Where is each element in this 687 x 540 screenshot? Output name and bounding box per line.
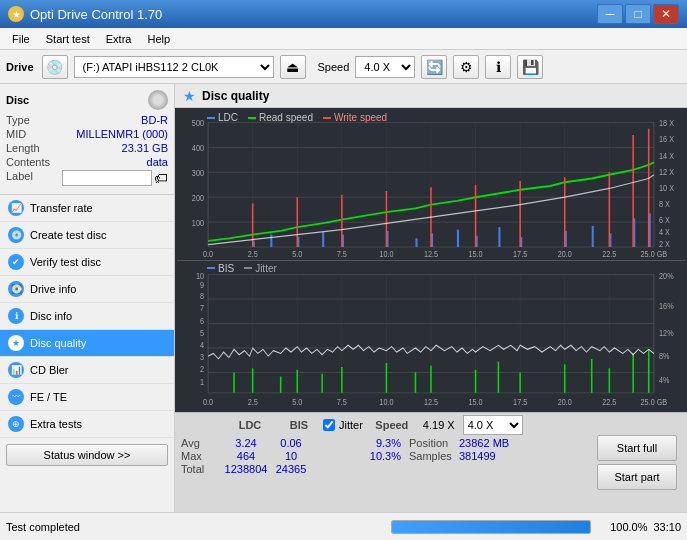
svg-text:6: 6: [200, 314, 204, 325]
disc-section-title: Disc: [6, 94, 29, 106]
title-bar: ★ Opti Drive Control 1.70 ─ □ ✕: [0, 0, 687, 28]
total-ldc: 1238804: [221, 463, 271, 475]
stats-bar: LDC BIS Jitter Speed 4.19 X 4.0 X Avg 3.…: [175, 412, 687, 512]
nav-icon-fe-te: 〰: [8, 389, 24, 405]
svg-rect-56: [592, 226, 594, 247]
svg-text:0.0: 0.0: [203, 396, 213, 407]
nav-disc-quality[interactable]: ★ Disc quality: [0, 330, 174, 357]
svg-text:20.0: 20.0: [558, 396, 572, 407]
config-icon[interactable]: ⚙: [453, 55, 479, 79]
dq-icon: ★: [183, 88, 196, 104]
start-full-button[interactable]: Start full: [597, 435, 677, 461]
avg-bis: 0.06: [271, 437, 311, 449]
svg-text:100: 100: [192, 218, 205, 228]
drive-icon-btn[interactable]: 💿: [42, 55, 68, 79]
svg-rect-46: [322, 232, 324, 247]
svg-text:5.0: 5.0: [292, 396, 302, 407]
legend-write: Write speed: [334, 112, 387, 123]
total-label: Total: [181, 463, 221, 475]
nav-transfer-rate[interactable]: 📈 Transfer rate: [0, 195, 174, 222]
nav-icon-disc-quality: ★: [8, 335, 24, 351]
nav-label-disc-quality: Disc quality: [30, 337, 86, 349]
nav-disc-info[interactable]: ℹ Disc info: [0, 303, 174, 330]
svg-text:15.0: 15.0: [469, 249, 484, 259]
nav-verify-test-disc[interactable]: ✔ Verify test disc: [0, 249, 174, 276]
menu-start-test[interactable]: Start test: [38, 31, 98, 47]
svg-text:4: 4: [200, 338, 204, 349]
legend-ldc: LDC: [218, 112, 238, 123]
refresh-icon[interactable]: 🔄: [421, 55, 447, 79]
svg-text:12 X: 12 X: [659, 167, 675, 177]
info-icon[interactable]: ℹ: [485, 55, 511, 79]
nav-drive-info[interactable]: 💽 Drive info: [0, 276, 174, 303]
chart2-legend: BIS Jitter: [207, 263, 277, 274]
avg-jitter: 9.3%: [351, 437, 401, 449]
jitter-label: Jitter: [339, 419, 363, 431]
toolbar: Drive 💿 (F:) ATAPI iHBS112 2 CL0K ⏏ Spee…: [0, 50, 687, 84]
mid-value: MILLENMR1 (000): [76, 128, 168, 140]
status-window-button[interactable]: Status window >>: [6, 444, 168, 466]
chart1-legend: LDC Read speed Write speed: [207, 112, 387, 123]
svg-rect-44: [270, 235, 272, 247]
svg-text:8%: 8%: [659, 349, 670, 360]
svg-text:10.0: 10.0: [379, 396, 393, 407]
legend-jitter: Jitter: [255, 263, 277, 274]
nav-cd-bler[interactable]: 📊 CD Bler: [0, 357, 174, 384]
svg-text:25.0 GB: 25.0 GB: [641, 396, 668, 407]
nav-fe-te[interactable]: 〰 FE / TE: [0, 384, 174, 411]
svg-text:400: 400: [192, 144, 205, 154]
speed-select-stat[interactable]: 4.0 X: [463, 415, 523, 435]
type-value: BD-R: [141, 114, 168, 126]
max-bis: 10: [271, 450, 311, 462]
minimize-button[interactable]: ─: [597, 4, 623, 24]
svg-text:10 X: 10 X: [659, 183, 675, 193]
jitter-checkbox[interactable]: [323, 419, 335, 431]
drive-label: Drive: [6, 61, 34, 73]
svg-text:8 X: 8 X: [659, 200, 670, 210]
nav-label-extra: Extra tests: [30, 418, 82, 430]
stats-left: LDC BIS Jitter Speed 4.19 X 4.0 X Avg 3.…: [181, 415, 593, 510]
menu-file[interactable]: File: [4, 31, 38, 47]
chart1-container: LDC Read speed Write speed: [177, 110, 685, 261]
label-icon[interactable]: 🏷: [154, 170, 168, 186]
svg-text:5: 5: [200, 326, 204, 337]
menu-extra[interactable]: Extra: [98, 31, 140, 47]
chart1-svg: 500 400 300 200 100 18 X 16 X 14 X 12 X …: [177, 110, 685, 260]
svg-text:15.0: 15.0: [469, 396, 483, 407]
svg-text:300: 300: [192, 168, 205, 178]
samples-value: 381499: [459, 450, 496, 462]
nav-create-test-disc[interactable]: 💿 Create test disc: [0, 222, 174, 249]
nav-extra-tests[interactable]: ⊕ Extra tests: [0, 411, 174, 438]
nav-icon-disc-info: ℹ: [8, 308, 24, 324]
position-value: 23862 MB: [459, 437, 509, 449]
disc-section: Disc Type BD-R MID MILLENMR1 (000) Lengt…: [0, 84, 174, 195]
nav-icon-verify: ✔: [8, 254, 24, 270]
nav-icon-transfer-rate: 📈: [8, 200, 24, 216]
svg-text:12%: 12%: [659, 326, 674, 337]
maximize-button[interactable]: □: [625, 4, 651, 24]
close-button[interactable]: ✕: [653, 4, 679, 24]
sidebar: Disc Type BD-R MID MILLENMR1 (000) Lengt…: [0, 84, 175, 512]
speed-value-stat: 4.19 X: [423, 419, 455, 431]
eject-icon[interactable]: ⏏: [280, 55, 306, 79]
speed-select[interactable]: 4.0 X: [355, 56, 415, 78]
status-bar: Test completed 100.0% 33:10: [0, 512, 687, 540]
svg-text:22.5: 22.5: [602, 249, 617, 259]
label-input[interactable]: [62, 170, 152, 186]
svg-text:10.0: 10.0: [379, 249, 394, 259]
save-icon[interactable]: 💾: [517, 55, 543, 79]
ldc-header: LDC: [225, 419, 275, 431]
svg-text:25.0 GB: 25.0 GB: [641, 249, 668, 259]
nav-label-create-test: Create test disc: [30, 229, 106, 241]
contents-label: Contents: [6, 156, 50, 168]
svg-text:200: 200: [192, 193, 205, 203]
svg-text:16 X: 16 X: [659, 135, 675, 145]
svg-text:4%: 4%: [659, 374, 670, 385]
svg-rect-49: [415, 238, 417, 247]
drive-select[interactable]: (F:) ATAPI iHBS112 2 CL0K: [74, 56, 274, 78]
menu-help[interactable]: Help: [139, 31, 178, 47]
samples-label: Samples: [409, 450, 459, 462]
max-ldc: 464: [221, 450, 271, 462]
start-part-button[interactable]: Start part: [597, 464, 677, 490]
svg-text:2.5: 2.5: [248, 396, 258, 407]
